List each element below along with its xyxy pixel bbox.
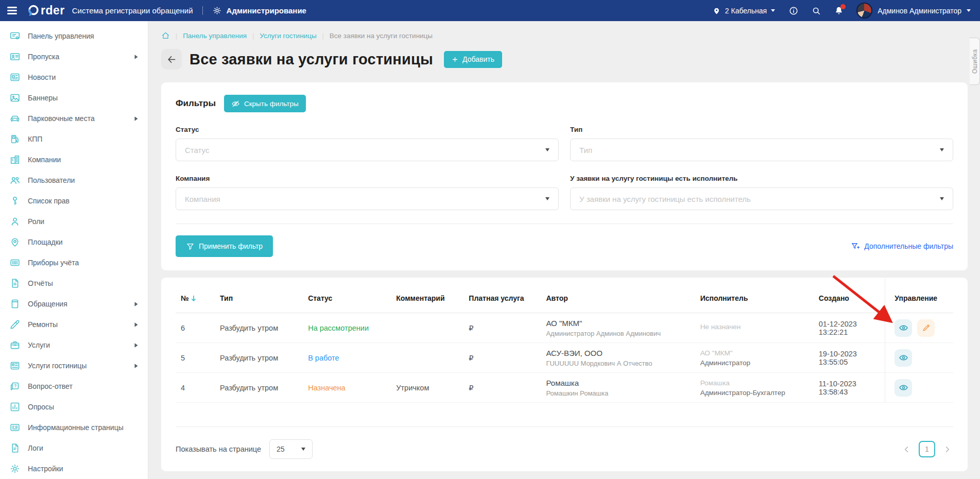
app-subtitle: Система регистрации обращений bbox=[72, 6, 193, 15]
column-header-7: Создано bbox=[814, 279, 885, 313]
filter-select-3[interactable]: У заявки на услугу гостиницы есть исполн… bbox=[570, 187, 953, 210]
add-button[interactable]: Добавить bbox=[444, 51, 502, 68]
location-selector[interactable]: 2 Кабельная bbox=[712, 6, 775, 15]
repairs-icon bbox=[9, 319, 21, 330]
appeals-icon bbox=[9, 298, 21, 310]
sidebar-item-person[interactable]: Роли bbox=[0, 211, 148, 232]
polls-icon bbox=[9, 401, 21, 413]
breadcrumb: Панель управления Услуги гостиницы Все з… bbox=[161, 31, 968, 40]
fuel-pump-icon bbox=[9, 133, 21, 145]
view-button[interactable] bbox=[895, 319, 912, 337]
cell-created: 01-12-2023 13:22:21 bbox=[814, 313, 885, 343]
info-button[interactable] bbox=[788, 6, 799, 16]
column-header-label: Комментарий bbox=[396, 294, 444, 302]
user-menu[interactable]: Админов Администратор bbox=[856, 3, 971, 19]
users-icon bbox=[9, 175, 21, 186]
sidebar-item-id-card[interactable]: Пропуска bbox=[0, 46, 148, 67]
view-button[interactable] bbox=[895, 379, 912, 397]
sidebar-item-dashboard[interactable]: Панель управления bbox=[0, 26, 148, 46]
column-header-1: Тип bbox=[215, 279, 303, 313]
breadcrumb-separator bbox=[322, 32, 324, 40]
sidebar-item-polls[interactable]: Опросы bbox=[0, 397, 148, 417]
prev-page-button[interactable] bbox=[901, 443, 913, 455]
company-icon bbox=[9, 154, 21, 165]
sidebar-item-hotel-services[interactable]: Услуги гостиницы bbox=[0, 355, 148, 376]
sidebar-item-key[interactable]: Список прав bbox=[0, 191, 148, 211]
column-header-label: Управление bbox=[895, 294, 937, 302]
breadcrumb-separator bbox=[176, 32, 177, 40]
sort-desc-icon[interactable] bbox=[191, 295, 197, 302]
logs-icon bbox=[9, 442, 21, 454]
sidebar-item-appeals[interactable]: Обращения bbox=[0, 294, 148, 314]
menu-icon[interactable] bbox=[7, 7, 19, 14]
author-person: ГUUUUUU Мордкович А Отчество bbox=[546, 360, 690, 367]
chevron-right-icon bbox=[134, 322, 139, 328]
filter-placeholder: Компания bbox=[185, 195, 220, 203]
nav-administration[interactable]: Администрирование bbox=[212, 6, 306, 15]
person-icon bbox=[9, 216, 21, 227]
sidebar-item-users[interactable]: Пользователи bbox=[0, 170, 148, 191]
sidebar-item-company[interactable]: Компании bbox=[0, 149, 148, 170]
chevron-down-icon bbox=[940, 197, 944, 200]
sidebar-item-image[interactable]: Баннеры bbox=[0, 88, 148, 108]
chevron-right-icon bbox=[134, 301, 139, 307]
next-page-button[interactable] bbox=[941, 443, 953, 455]
sidebar-item-report[interactable]: Отчёты bbox=[0, 273, 148, 294]
column-header-label: Исполнитель bbox=[700, 294, 748, 302]
breadcrumb-link-dashboard[interactable]: Панель управления bbox=[183, 32, 247, 40]
nav-administration-label: Администрирование bbox=[227, 6, 306, 15]
filter-placeholder: Тип bbox=[579, 146, 592, 155]
edit-button[interactable] bbox=[917, 319, 935, 337]
sidebar-item-info-pages[interactable]: Информационные страницы bbox=[0, 417, 148, 438]
sidebar-item-label: Площадки bbox=[28, 238, 139, 246]
filter-select-1[interactable]: Тип bbox=[570, 139, 953, 161]
sidebar-item-location[interactable]: Площадки bbox=[0, 232, 148, 252]
current-page[interactable]: 1 bbox=[919, 441, 935, 457]
filter-select-2[interactable]: Компания bbox=[176, 187, 559, 210]
view-button[interactable] bbox=[895, 349, 912, 367]
sidebar-item-logs[interactable]: Логи bbox=[0, 438, 148, 458]
sidebar-item-label: Панель управления bbox=[28, 32, 139, 40]
search-button[interactable] bbox=[811, 6, 821, 16]
breadcrumb-link-hotel-services[interactable]: Услуги гостиницы bbox=[260, 32, 316, 40]
per-page-select[interactable]: 25 bbox=[269, 439, 313, 459]
home-icon[interactable] bbox=[161, 31, 170, 40]
back-button[interactable] bbox=[161, 49, 182, 70]
sidebar-item-fuel-pump[interactable]: КПП bbox=[0, 129, 148, 149]
app-logo[interactable]: rder bbox=[27, 4, 65, 18]
error-feedback-tab[interactable]: Ошибка bbox=[970, 38, 980, 85]
key-icon bbox=[9, 195, 21, 207]
executor-person: Администратор bbox=[700, 359, 809, 367]
cell-number: 4 bbox=[176, 373, 215, 403]
filter-select-0[interactable]: Статус bbox=[176, 139, 559, 161]
report-icon bbox=[9, 278, 21, 289]
executor-company: Не назначен bbox=[700, 323, 809, 331]
notifications-button[interactable] bbox=[834, 6, 844, 16]
top-header: rder Система регистрации обращений Админ… bbox=[0, 0, 980, 21]
sidebar-item-settings[interactable]: Настройки bbox=[0, 458, 148, 479]
repairs-icon bbox=[9, 319, 21, 330]
table-row: 6Разбудить утромНа рассмотрении₽АО "МКМ"… bbox=[176, 313, 953, 343]
svg-text:?: ? bbox=[14, 384, 16, 388]
sidebar-item-label: Информационные страницы bbox=[28, 423, 139, 432]
sidebar-item-meter[interactable]: Приборы учёта bbox=[0, 252, 148, 273]
sidebar-item-services[interactable]: Услуги bbox=[0, 335, 148, 355]
sidebar-item-repairs[interactable]: Ремонты bbox=[0, 314, 148, 335]
company-icon bbox=[9, 154, 21, 165]
sidebar-item-car[interactable]: Парковочные места bbox=[0, 108, 148, 129]
apply-filter-button[interactable]: Применить фильтр bbox=[176, 235, 273, 257]
page-title: Все заявки на услуги гостиницы bbox=[190, 51, 433, 68]
cell-type: Разбудить утром bbox=[215, 343, 303, 373]
column-header-0[interactable]: № bbox=[176, 279, 215, 313]
filter-label: Компания bbox=[176, 175, 559, 182]
info-pages-icon bbox=[9, 422, 21, 433]
sidebar-item-label: Логи bbox=[28, 444, 139, 452]
sidebar-item-faq[interactable]: ?Вопрос-ответ bbox=[0, 376, 148, 397]
dashboard-icon bbox=[9, 30, 21, 42]
additional-filters-link[interactable]: Дополнительные фильтры bbox=[851, 242, 953, 251]
sidebar-item-news[interactable]: Новости bbox=[0, 67, 148, 88]
hide-filters-button[interactable]: Скрыть фильтры bbox=[224, 95, 306, 112]
sidebar-item-label: Настройки bbox=[28, 465, 139, 473]
chevron-left-icon bbox=[903, 446, 910, 453]
key-icon bbox=[9, 195, 21, 207]
